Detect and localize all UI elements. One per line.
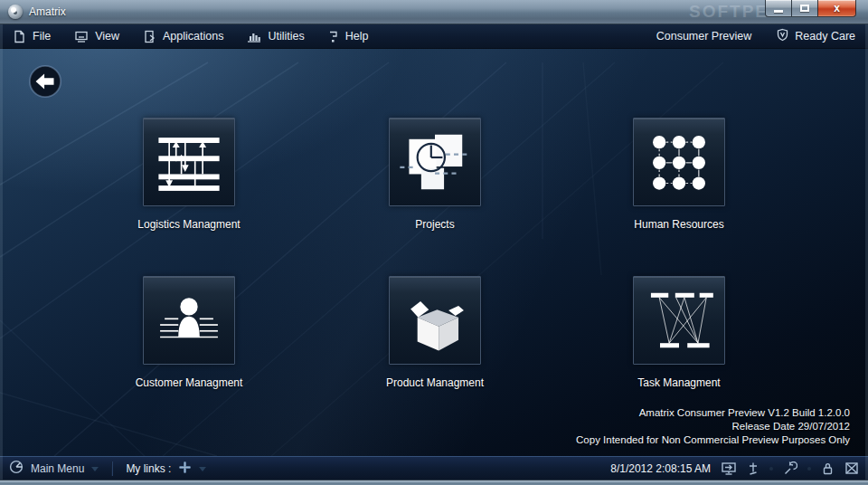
menu-help[interactable]: Help bbox=[328, 30, 369, 43]
dropdown-dot-icon bbox=[807, 467, 811, 471]
my-links-label: My links : bbox=[126, 462, 171, 475]
version-line-2: Release Date 29/07/2012 bbox=[576, 420, 850, 433]
tile-customer-management[interactable]: Customer Managment bbox=[115, 276, 263, 389]
version-line-3: Copy Intended for Non Commercial Preview… bbox=[576, 433, 850, 447]
app-window: Amatrix SOFTPEDIA x File bbox=[0, 0, 868, 485]
customer-icon bbox=[143, 276, 235, 365]
tile-product-management[interactable]: Product Managment bbox=[361, 276, 509, 389]
statusbar-left: Main Menu My links : bbox=[9, 460, 206, 477]
menu-utilities[interactable]: Utilities bbox=[247, 30, 304, 43]
app-logo-icon bbox=[8, 5, 23, 19]
human-resources-icon bbox=[633, 118, 725, 206]
wrench-icon[interactable] bbox=[783, 461, 797, 476]
version-info: Amatrix Consumer Preview V1.2 Build 1.2.… bbox=[576, 406, 850, 447]
utilities-icon bbox=[247, 30, 261, 43]
main-area: Logistics Managment bbox=[0, 49, 868, 456]
menu-view[interactable]: View bbox=[74, 30, 119, 43]
tile-label: Customer Managment bbox=[136, 376, 243, 389]
logistics-icon bbox=[143, 118, 235, 206]
tile-logistics-management[interactable]: Logistics Managment bbox=[115, 118, 263, 231]
menu-help-label: Help bbox=[345, 30, 369, 43]
close-button[interactable]: x bbox=[817, 0, 856, 17]
statusbar-right: 8/1/2012 2:08:15 AM bbox=[610, 461, 859, 476]
close-icon: x bbox=[834, 1, 840, 16]
dropdown-dot-icon bbox=[769, 467, 773, 471]
main-menu-button[interactable]: Main Menu bbox=[31, 462, 84, 475]
tile-task-management[interactable]: Task Managment bbox=[605, 276, 753, 389]
menu-view-label: View bbox=[95, 30, 119, 43]
shield-icon bbox=[777, 28, 788, 44]
ready-care-label: Ready Care bbox=[795, 30, 855, 43]
menu-utilities-label: Utilities bbox=[268, 30, 304, 43]
menu-applications-label: Applications bbox=[163, 30, 223, 43]
menu-items: File View Applications Utilities bbox=[13, 30, 368, 43]
tile-label: Human Resources bbox=[634, 218, 723, 231]
tile-label: Task Managment bbox=[637, 376, 720, 389]
minimize-icon bbox=[774, 10, 783, 13]
lock-icon[interactable] bbox=[821, 461, 835, 476]
remote-desktop-icon[interactable] bbox=[721, 461, 737, 476]
back-button[interactable] bbox=[28, 64, 62, 99]
statusbar-divider bbox=[111, 461, 113, 476]
maximize-icon bbox=[800, 5, 809, 12]
applications-icon bbox=[143, 30, 156, 43]
help-icon bbox=[328, 30, 339, 43]
tile-label: Projects bbox=[415, 218, 454, 231]
projects-icon bbox=[389, 118, 481, 206]
menu-applications[interactable]: Applications bbox=[143, 30, 223, 43]
ready-care-button[interactable]: Ready Care bbox=[777, 28, 855, 44]
menubar-right: Consumer Preview Ready Care bbox=[656, 28, 855, 44]
window-controls: x bbox=[765, 0, 856, 17]
window-title: Amatrix bbox=[29, 5, 66, 18]
window-frame-bottom bbox=[0, 480, 868, 485]
tile-projects[interactable]: Projects bbox=[361, 118, 509, 231]
minimize-button[interactable] bbox=[765, 0, 791, 17]
bridge-background bbox=[0, 49, 868, 456]
tile-label: Product Managment bbox=[386, 376, 484, 389]
tile-label: Logistics Managment bbox=[137, 218, 240, 231]
tile-human-resources[interactable]: Human Resources bbox=[605, 118, 753, 231]
statusbar-datetime: 8/1/2012 2:08:15 AM bbox=[610, 462, 711, 475]
add-tool-icon[interactable] bbox=[747, 461, 760, 476]
menubar: File View Applications Utilities bbox=[0, 24, 868, 49]
menu-file-label: File bbox=[33, 30, 51, 43]
titlebar[interactable]: Amatrix SOFTPEDIA x bbox=[0, 0, 868, 24]
product-icon bbox=[389, 276, 481, 365]
add-link-icon[interactable] bbox=[178, 461, 192, 477]
main-menu-dropdown-icon[interactable] bbox=[91, 467, 99, 471]
consumer-preview-label: Consumer Preview bbox=[656, 30, 752, 43]
file-icon bbox=[13, 30, 26, 43]
close-box-icon[interactable] bbox=[844, 461, 859, 476]
main-menu-icon bbox=[9, 460, 24, 477]
my-links-dropdown-icon[interactable] bbox=[199, 467, 206, 471]
statusbar: Main Menu My links : 8/1/2012 2:08:15 AM bbox=[0, 456, 868, 480]
menu-file[interactable]: File bbox=[13, 30, 51, 43]
version-line-1: Amatrix Consumer Preview V1.2 Build 1.2.… bbox=[576, 406, 850, 420]
maximize-button[interactable] bbox=[791, 0, 817, 17]
window-frame-left bbox=[0, 24, 3, 480]
task-icon bbox=[633, 276, 725, 365]
view-icon bbox=[74, 30, 89, 43]
